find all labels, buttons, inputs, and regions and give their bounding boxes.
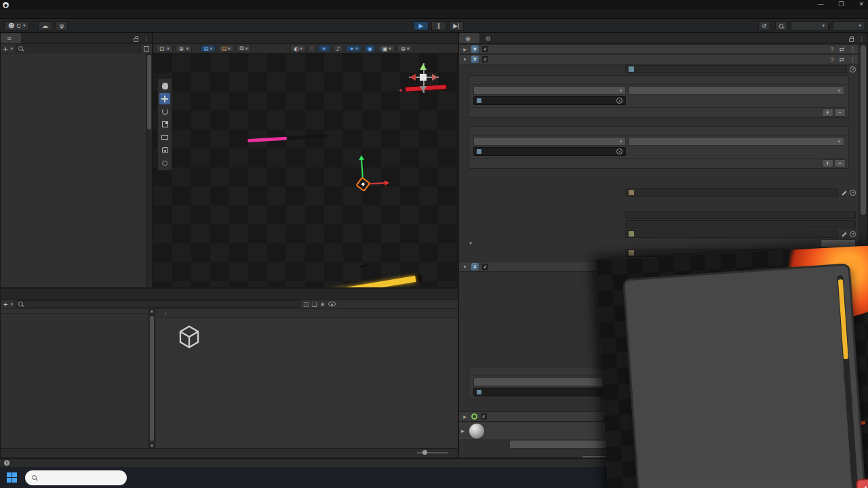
add-asset-button[interactable]: + (3, 300, 7, 308)
start-button[interactable] (7, 472, 17, 483)
shading-dropdown[interactable]: ◐▾ (290, 45, 306, 52)
scroll-up-icon[interactable]: ▲ (149, 309, 155, 313)
rect-tool-icon[interactable] (159, 131, 170, 143)
remove-event-button[interactable]: − (834, 108, 846, 117)
rotate-tool-icon[interactable] (159, 106, 170, 117)
add-gameobject-button[interactable]: + (3, 45, 7, 53)
event-target-field[interactable] (473, 96, 626, 105)
object-picker-icon[interactable] (616, 148, 623, 155)
close-button[interactable]: ✕ (859, 1, 864, 7)
search-button[interactable] (775, 21, 787, 30)
enabled-checkbox[interactable]: ✓ (482, 264, 488, 270)
breadcrumb: › (156, 309, 458, 318)
move-gizmo-x-axis[interactable] (370, 182, 387, 185)
snap-increment-button[interactable]: ⊟▾ (218, 45, 234, 52)
project-search-input[interactable] (16, 300, 300, 308)
tab-hierarchy[interactable]: ≡ (1, 33, 21, 43)
wave-progress-bar (248, 134, 328, 142)
script-object-field[interactable] (625, 65, 847, 73)
event-method-dropdown[interactable]: ▾ (629, 86, 844, 95)
project-footer (1, 448, 458, 458)
enabled-checkbox[interactable]: ✓ (481, 413, 487, 420)
scale-tool-icon[interactable] (159, 119, 170, 130)
custom-tool-icon[interactable] (159, 157, 170, 169)
event-mode-dropdown[interactable]: ▾ (473, 86, 626, 95)
lock-icon[interactable] (849, 38, 854, 42)
project-tree-scrollbar[interactable]: ▲ ▼ (149, 309, 155, 448)
enabled-checkbox[interactable]: ✓ (482, 46, 488, 52)
grid-snap-button[interactable]: ⊞▾ (200, 45, 216, 52)
scene-viewport[interactable]: + (153, 54, 458, 287)
remove-event-button[interactable]: − (834, 159, 846, 167)
object-picker-icon[interactable] (850, 66, 856, 73)
camera-dropdown[interactable]: ▣▾ (378, 45, 395, 52)
edit-icon[interactable] (841, 190, 847, 196)
step-button[interactable]: ▶| (449, 21, 464, 30)
version-control-button[interactable]: ψ (56, 21, 68, 30)
sprite-angle-offset-input[interactable] (625, 220, 856, 228)
gizmos-dropdown[interactable]: ⊕▾ (397, 45, 413, 52)
2d-toggle[interactable] (309, 45, 315, 52)
game-window-overlay: ✦ (596, 245, 868, 488)
visibility-toggle[interactable]: ◉ (364, 45, 376, 52)
asset-zoom-slider[interactable] (417, 452, 448, 453)
taskbar-search-box[interactable] (25, 470, 127, 485)
material-preview-sphere (469, 424, 484, 439)
cloud-button[interactable]: ☁ (38, 21, 52, 30)
aim-turn-speed-input[interactable] (625, 211, 856, 219)
event-target-field[interactable] (473, 147, 626, 156)
chevron-down-icon[interactable]: ▾ (10, 46, 13, 52)
effects-dropdown[interactable]: ✦▾ (346, 45, 361, 52)
lock-icon[interactable] (134, 38, 138, 42)
transform-tool-icon[interactable] (159, 144, 170, 156)
audio-toggle[interactable]: ♪ (333, 45, 343, 52)
equip-foldout-row[interactable]: ▼ (459, 239, 859, 248)
scene-orientation-gizmo[interactable] (409, 63, 439, 93)
hand-tool-icon[interactable] (159, 80, 170, 92)
asset-game-scene[interactable] (165, 324, 213, 354)
scene-picker-icon[interactable] (144, 46, 149, 52)
enabled-checkbox[interactable]: ✓ (482, 56, 488, 62)
return-button[interactable] (856, 479, 868, 488)
edit-icon[interactable] (841, 231, 847, 237)
move-gizmo-y-axis[interactable] (361, 157, 363, 178)
starting-weapon-field[interactable] (625, 188, 838, 197)
kebab-icon[interactable]: ⋮ (859, 35, 865, 42)
restore-button[interactable]: ❐ (838, 1, 844, 7)
tool-settings-button[interactable]: ⧉▾ (237, 45, 252, 52)
component-header-player-controller[interactable]: ▼#✓ ?⇄⋮ (459, 54, 859, 64)
add-event-button[interactable]: + (822, 108, 833, 117)
player-sprite[interactable] (355, 177, 370, 192)
layout-dropdown[interactable]: ▾ (833, 21, 865, 30)
tab-inspector[interactable]: ◉ (459, 33, 479, 43)
object-picker-icon[interactable] (850, 231, 856, 237)
layers-dropdown[interactable]: ▾ (791, 21, 829, 30)
pivot-dropdown[interactable]: ⊡▾ (156, 45, 173, 52)
event-method-dropdown[interactable]: ▾ (629, 137, 844, 146)
hierarchy-search-input[interactable] (16, 45, 141, 52)
level-label (257, 287, 265, 287)
global-dropdown[interactable]: ⊕▾ (176, 45, 193, 52)
chevron-down-icon[interactable]: ▾ (10, 302, 13, 307)
object-picker-icon[interactable] (850, 190, 856, 196)
hierarchy-scrollbar[interactable] (146, 54, 152, 287)
object-picker-icon[interactable] (616, 98, 623, 104)
component-header-outlinable[interactable]: ▶#✓ ?⇄⋮ (459, 44, 859, 54)
hierarchy-panel: ≡ ⋮ +▾ (0, 33, 153, 288)
tab-project-settings[interactable]: ⚙ (479, 33, 500, 43)
search-by-type-icon[interactable]: ◫ (303, 301, 309, 308)
pause-button[interactable]: ‖ (431, 21, 446, 30)
minimize-button[interactable]: — (817, 1, 823, 7)
event-mode-dropdown[interactable]: ▾ (473, 137, 626, 146)
hidden-packages-icon[interactable] (328, 302, 336, 306)
upgrades-field[interactable] (625, 230, 838, 238)
account-button[interactable]: ☻ C ▾ (4, 21, 29, 30)
save-search-icon[interactable]: ★ (320, 301, 326, 308)
kebab-icon[interactable]: ⋮ (143, 35, 149, 42)
add-event-button[interactable]: + (822, 159, 833, 167)
play-button[interactable]: ▶ (414, 21, 429, 30)
move-tool-icon[interactable] (159, 93, 170, 104)
lighting-toggle[interactable]: ☀ (318, 45, 330, 52)
search-by-label-icon[interactable]: ❑ (311, 301, 317, 308)
undo-history-button[interactable]: ↺ (758, 21, 770, 30)
